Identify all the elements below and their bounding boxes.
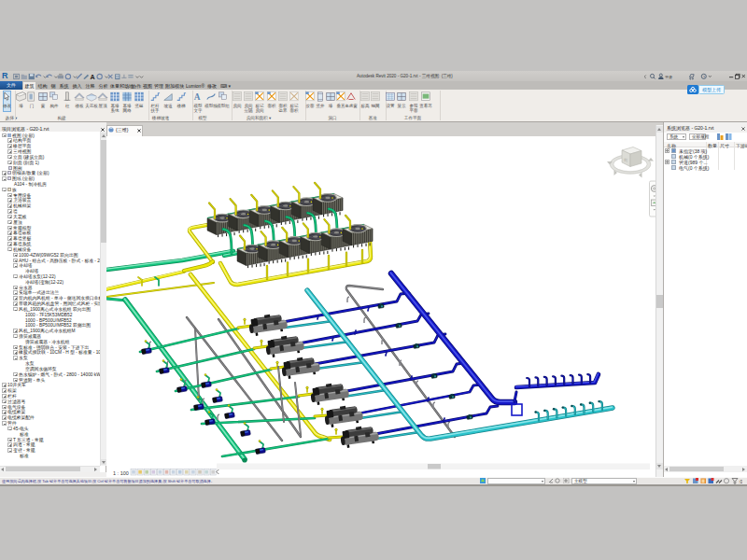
svg-text:1 : 100: 1 : 100 — [113, 470, 129, 476]
svg-text:A: A — [90, 74, 94, 80]
svg-text:登录: 登录 — [665, 74, 672, 79]
svg-text::0: :0 — [739, 479, 742, 484]
